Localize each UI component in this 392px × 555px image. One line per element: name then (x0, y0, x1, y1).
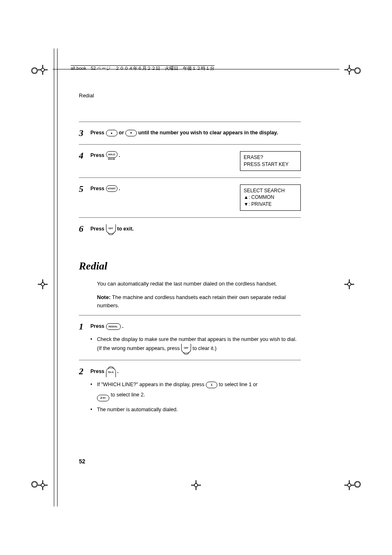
crop-mark (38, 65, 48, 75)
step-text: Press OFF to exit. (90, 224, 301, 234)
running-head: Redial (79, 92, 301, 99)
section-heading: Redial (79, 260, 301, 272)
bullet-item: Check the display to make sure the numbe… (90, 335, 301, 353)
bullet-item: The number is automatically dialed. (90, 405, 301, 414)
printer-dot (354, 481, 361, 488)
page-number: 52 (79, 458, 85, 465)
intro-paragraph: You can automatically redial the last nu… (97, 280, 301, 288)
crop-mark (38, 279, 48, 289)
intro-note: Note: The machine and cordless handsets … (97, 293, 301, 309)
printer-dot (354, 67, 361, 74)
step-text: Press TALK . If "WHICH LINE?" appears in… (90, 367, 301, 415)
printer-dot (31, 481, 38, 488)
crop-mark (191, 480, 201, 490)
page-frame-line (57, 48, 58, 507)
step-number: 3 (79, 129, 90, 138)
step-text: Press START . (90, 184, 235, 193)
crop-mark (38, 480, 48, 490)
step-number: 4 (79, 151, 90, 160)
crop-mark (344, 480, 354, 490)
step-number: 2 (79, 367, 90, 376)
off-key-icon: OFF (106, 224, 116, 234)
step-text: Press REDIAL . Check the display to make… (90, 322, 301, 353)
start-key-icon: START (106, 185, 118, 192)
key-2-icon: 2 ABC (97, 395, 109, 401)
redial-key-icon: REDIAL (106, 323, 121, 330)
up-arrow-key-icon (106, 130, 118, 136)
step-text: Press HOLD ERASE . (90, 151, 235, 160)
print-metadata: all.book 52 ページ ２００４年６月２２日 火曜日 午後１２時１分 (71, 64, 217, 71)
step-number: 1 (79, 322, 90, 331)
key-1-icon: 1 (206, 382, 217, 388)
hold-erase-key-icon: HOLD ERASE (106, 151, 118, 160)
step-number: 5 (79, 184, 90, 193)
printer-dot (31, 67, 38, 74)
step-number: 6 (79, 224, 90, 233)
lcd-display-box: SELECT SEARCH ▲: COMMON ▼: PRIVATE (240, 184, 301, 211)
page-frame-line (54, 48, 54, 507)
talk-key-icon: TALK (106, 368, 116, 377)
lcd-display-box: ERASE? PRESS START KEY (240, 151, 301, 171)
step-text: Press or until the number you wish to cl… (90, 129, 301, 137)
off-key-icon: OFF (181, 344, 191, 353)
crop-mark (344, 279, 354, 289)
down-arrow-key-icon (125, 130, 137, 136)
crop-mark (344, 65, 354, 75)
bullet-item: If "WHICH LINE?" appears in the display,… (90, 380, 301, 401)
